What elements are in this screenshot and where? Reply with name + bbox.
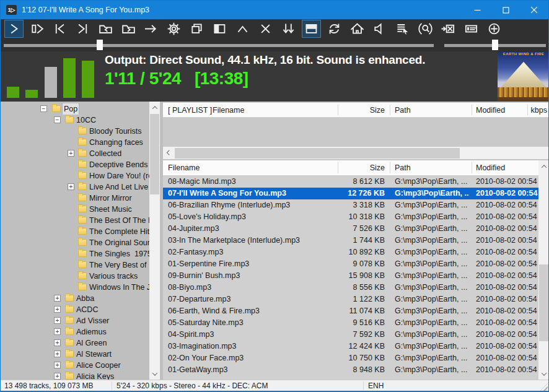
expand-icon[interactable]: + — [68, 150, 74, 157]
tree-item-pop[interactable]: −Pop — [1, 103, 149, 115]
toolbar-playlist-cursor-button[interactable] — [393, 20, 412, 38]
filelist-scroll-down-button[interactable] — [538, 368, 549, 379]
tree-item-the-complete-hita[interactable]: The Complete Hita — [1, 226, 149, 237]
expand-icon[interactable]: + — [54, 295, 61, 302]
tree-item-windows-in-the-ju[interactable]: Windows In The Ju — [1, 282, 149, 293]
seek-track[interactable] — [4, 44, 434, 47]
collapse-icon[interactable]: − — [54, 116, 61, 123]
tree-item-al-green[interactable]: +Al Green — [1, 338, 149, 349]
expand-icon[interactable]: + — [54, 373, 61, 380]
tree-item-acdc[interactable]: +ACDC — [1, 304, 149, 315]
tree-item-abba[interactable]: +Abba — [1, 293, 149, 304]
volume-thumb[interactable] — [492, 40, 498, 50]
toolbar-split-vertical-button[interactable] — [210, 20, 229, 38]
toolbar-go-last-button[interactable] — [73, 20, 92, 38]
toolbar-file-info-button[interactable] — [462, 20, 481, 38]
minimize-button[interactable] — [463, 1, 491, 19]
file-row-03-in-the-marketplace-interlude-mp3[interactable]: 03-In The Marketplace (Interlude).mp31 7… — [163, 235, 538, 246]
file-row-06-brazilian-rhyme-interlude-mp3[interactable]: 06-Brazilian Rhyme (Interlude).mp33 318 … — [163, 199, 538, 211]
tree-scrollbar[interactable] — [149, 102, 160, 380]
collapse-icon[interactable]: − — [40, 105, 47, 112]
filelist-col-modified[interactable]: Modified — [476, 160, 505, 176]
toolbar-refresh-button[interactable] — [325, 20, 344, 38]
expand-icon[interactable]: + — [54, 351, 61, 357]
file-row-07-i-ll-write-a-song-for-you-mp3[interactable]: 07-I'll Write A Song For You.mp312 726 K… — [163, 188, 538, 199]
toolbar-folder-next-button[interactable] — [119, 20, 138, 38]
file-row-05-saturday-nite-mp3[interactable]: 05-Saturday Nite.mp39 516 KBG:\mp3\Pop\E… — [163, 317, 538, 329]
toolbar-settings-gear-button[interactable] — [164, 20, 183, 38]
tree-item-bloody-tourists[interactable]: Bloody Tourists — [1, 126, 149, 137]
toolbar-home-button[interactable] — [348, 20, 367, 38]
maximize-button[interactable] — [491, 1, 520, 19]
tree-item-10cc[interactable]: −10CC — [1, 115, 149, 126]
file-row-08-biyo-mp3[interactable]: 08-Biyo.mp38 556 KBG:\mp3\Pop\Earth, ...… — [163, 282, 538, 294]
filelist-col-size[interactable]: Size — [338, 160, 385, 176]
scroll-right-button[interactable] — [538, 148, 549, 159]
toolbar-search-button[interactable] — [416, 20, 435, 38]
tree-item-deceptive-bends[interactable]: Deceptive Bends — [1, 159, 149, 170]
file-row-04-jupiter-mp3[interactable]: 04-Jupiter.mp37 526 KBG:\mp3\Pop\Earth, … — [163, 223, 538, 235]
tree-item-how-dare-you-rem[interactable]: How Dare You! (rem — [1, 170, 149, 181]
tree-item-mirror-mirror[interactable]: Mirror Mirror — [1, 193, 149, 204]
tree-item-sheet-music[interactable]: Sheet Music — [1, 204, 149, 215]
toolbar-continue-arrow-button[interactable] — [141, 20, 160, 38]
tree-item-various-tracks[interactable]: Various tracks — [1, 271, 149, 282]
expand-icon[interactable]: + — [54, 362, 61, 368]
toolbar-add-new-button[interactable] — [485, 20, 504, 38]
file-row-09-burnin-bush-mp3[interactable]: 09-Burnin' Bush.mp315 908 KBG:\mp3\Pop\E… — [163, 270, 538, 282]
scroll-left-button[interactable] — [164, 148, 174, 159]
tree-item-adiemus[interactable]: +Adiemus — [1, 326, 149, 338]
tree-item-the-best-of-the-ea[interactable]: The Best Of The Ea — [1, 215, 149, 226]
toolbar-split-horizontal-button[interactable] — [302, 20, 321, 38]
playlist-col-modified[interactable]: Modified — [476, 103, 505, 118]
tree-scroll-up-button[interactable] — [149, 102, 160, 113]
tree-item-alice-cooper[interactable]: +Alice Cooper — [1, 360, 149, 371]
playlist-col-filename[interactable]: Filename — [213, 103, 244, 118]
filelist-col-filename[interactable]: Filename — [168, 160, 200, 176]
file-row-07-departure-mp3[interactable]: 07-Departure.mp31 122 KBG:\mp3\Pop\Earth… — [163, 294, 538, 305]
toolbar-folder-previous-button[interactable] — [96, 20, 115, 38]
horizontal-scroll-thumb[interactable] — [175, 148, 460, 159]
playlist-empty-area[interactable] — [163, 118, 549, 147]
toolbar-remove-entry-button[interactable] — [439, 20, 458, 38]
tree-item-changing-faces[interactable]: Changing faces — [1, 137, 149, 148]
tree-item-collected[interactable]: +Collected — [1, 148, 149, 159]
seek-thumb[interactable] — [97, 40, 103, 50]
tree-item-ad-visser[interactable]: +Ad Visser — [1, 315, 149, 326]
file-row-03-imagination-mp3[interactable]: 03-Imagination.mp312 424 KBG:\mp3\Pop\Ea… — [163, 341, 538, 352]
tree-item-al-stewart[interactable]: +Al Stewart — [1, 349, 149, 360]
file-row-04-spirit-mp3[interactable]: 04-Spirit.mp37 592 KBG:\mp3\Pop\Earth, .… — [163, 329, 538, 341]
tree-item-live-and-let-live[interactable]: +Live And Let Live — [1, 181, 149, 193]
horizontal-scrollbar[interactable] — [163, 147, 549, 160]
filelist-scrollbar[interactable] — [538, 160, 549, 380]
file-row-06-earth-wind-fire-mp3[interactable]: 06-Earth, Wind & Fire.mp311 074 KBG:\mp3… — [163, 305, 538, 317]
filelist-scroll-thumb[interactable] — [539, 264, 549, 341]
expand-icon[interactable]: + — [68, 183, 74, 190]
file-row-02-on-your-face-mp3[interactable]: 02-On Your Face.mp310 750 KBG:\mp3\Pop\E… — [163, 352, 538, 364]
tree-scroll-down-button[interactable] — [149, 368, 160, 379]
toolbar-go-first-button[interactable] — [50, 20, 69, 38]
toolbar-play-button[interactable] — [4, 20, 24, 38]
tree-scroll-thumb[interactable] — [150, 114, 159, 194]
file-row-05-love-s-holiday-mp3[interactable]: 05-Love's Holiday.mp310 318 KBG:\mp3\Pop… — [163, 211, 538, 223]
expand-icon[interactable]: + — [54, 328, 61, 335]
toolbar-volume-speaker-button[interactable] — [370, 20, 389, 38]
playlist-col-kbps[interactable]: kbps — [530, 103, 547, 118]
playlist-col-path[interactable]: Path — [395, 103, 411, 118]
expand-icon[interactable]: + — [54, 317, 61, 324]
expand-icon[interactable]: + — [54, 306, 61, 313]
tree-item-alicia-keys[interactable]: +Alicia Keys — [1, 371, 149, 380]
playlist-col-size[interactable]: Size — [338, 103, 385, 118]
toolbar-scroll-up-button[interactable] — [233, 20, 252, 38]
toolbar-sort-descending-button[interactable] — [279, 20, 298, 38]
toolbar-close-list-button[interactable] — [256, 20, 275, 38]
tree-item-the-very-best-of[interactable]: The Very Best of — [1, 259, 149, 271]
close-button[interactable] — [520, 1, 548, 19]
file-row-01-serpentine-fire-mp3[interactable]: 01-Serpentine Fire.mp39 078 KBG:\mp3\Pop… — [163, 258, 538, 270]
expand-icon[interactable]: + — [54, 339, 61, 346]
filelist-col-path[interactable]: Path — [395, 160, 411, 176]
file-row-02-fantasy-mp3[interactable]: 02-Fantasy.mp310 892 KBG:\mp3\Pop\Earth,… — [163, 246, 538, 258]
tree-item-the-original-sound[interactable]: The Original Sound — [1, 237, 149, 248]
file-row-08-magic-mind-mp3[interactable]: 08-Magic Mind.mp38 612 KBG:\mp3\Pop\Eart… — [163, 176, 538, 188]
resize-grip[interactable] — [540, 383, 548, 391]
